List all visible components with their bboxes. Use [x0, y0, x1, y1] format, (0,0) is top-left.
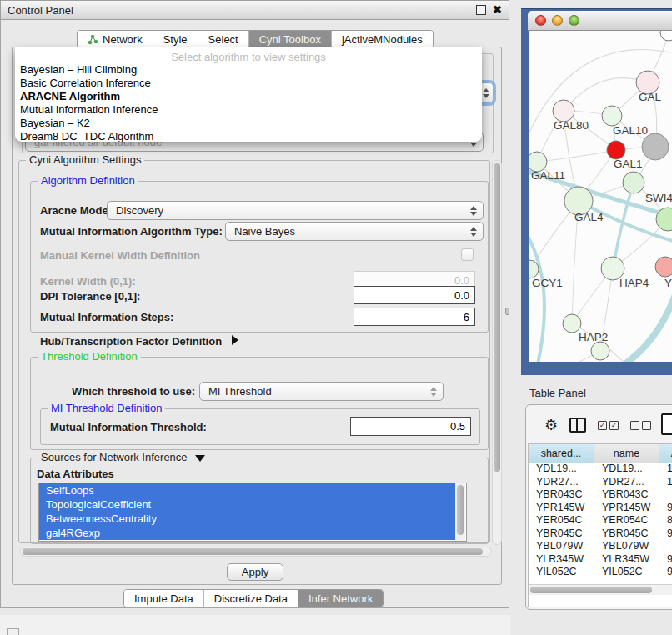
table-cell[interactable]: 9.	[659, 502, 672, 515]
table-cell[interactable]: YIL052C	[594, 566, 659, 578]
attribute-item-selected[interactable]: gal4RGexp	[39, 526, 455, 540]
table-cell[interactable]: YBR043C	[594, 488, 659, 502]
table-horizontal-scrollbar[interactable]	[529, 584, 672, 595]
network-node-gal10[interactable]	[602, 106, 622, 126]
table-row[interactable]: YIL052CYIL052C9	[529, 566, 672, 578]
table-cell[interactable]: YBR045C	[529, 528, 594, 541]
table-cell[interactable]	[659, 488, 672, 502]
table-cell[interactable]: YPR145W	[594, 502, 659, 515]
mi-steps-input[interactable]	[354, 308, 475, 326]
mi-threshold-input[interactable]	[350, 417, 471, 436]
sources-title[interactable]: Sources for Network Inference	[38, 451, 208, 463]
splitter-handle[interactable]	[505, 308, 509, 315]
list-scrollbar[interactable]	[455, 483, 465, 541]
table-cell[interactable]: YBL079W	[529, 540, 594, 553]
table-cell[interactable]: 9	[659, 566, 672, 578]
table-cell[interactable]: YIL052C	[529, 566, 594, 578]
tab-impute-data[interactable]: Impute Data	[124, 590, 204, 607]
table-cell[interactable]: YLR345W	[594, 553, 659, 567]
table-cell[interactable]: YBR045C	[594, 528, 659, 541]
table-row[interactable]: YDR27...YDR27...12	[529, 476, 672, 489]
table-cell[interactable]: 9.	[659, 553, 672, 567]
which-threshold-combo[interactable]: MI Threshold	[199, 382, 444, 401]
table-row[interactable]: YLR345WYLR345W9.	[529, 553, 672, 567]
network-node[interactable]	[642, 133, 669, 160]
table-cell[interactable]: YPR145W	[529, 502, 594, 515]
deselect-all-checkboxes-icon[interactable]	[630, 421, 651, 430]
network-edge[interactable]	[605, 279, 672, 362]
network-node-hap2[interactable]	[563, 314, 581, 332]
network-edge[interactable]	[529, 229, 544, 362]
tab-infer-network[interactable]: Infer Network	[298, 590, 383, 607]
network-node-gal1[interactable]	[607, 141, 625, 159]
network-edge[interactable]	[537, 150, 616, 162]
attribute-item-selected[interactable]: TopologicalCoefficient	[39, 498, 455, 512]
table-cell[interactable]: YDR27...	[529, 476, 594, 489]
table-cell[interactable]: YDR27...	[594, 476, 659, 489]
manual-kernel-checkbox[interactable]	[461, 248, 474, 261]
expand-arrow-icon[interactable]	[232, 335, 238, 345]
network-graph[interactable]: GALGAL80GAL10GAL1GAL11SWI4GAL4GCY1HAP4YH…	[529, 31, 672, 362]
aracne-mode-combo[interactable]: Discovery	[107, 201, 484, 220]
minimize-window-icon[interactable]	[552, 15, 563, 26]
table-cell[interactable]	[659, 540, 672, 553]
table-cell[interactable]: 8.	[659, 514, 672, 528]
network-node[interactable]	[660, 31, 672, 41]
columns-icon[interactable]	[569, 418, 586, 432]
mi-type-combo[interactable]: Naive Bayes	[225, 222, 484, 241]
document-icon[interactable]	[661, 413, 672, 435]
network-node[interactable]	[591, 342, 609, 360]
dropdown-item[interactable]: Dream8 DC_TDC Algorithm	[15, 130, 482, 142]
column-header-name[interactable]: name	[594, 444, 659, 462]
table-row[interactable]: YDL19...YDL19...13	[529, 462, 672, 476]
table-hscroll-thumb[interactable]	[530, 587, 652, 593]
float-window-icon[interactable]	[476, 5, 486, 15]
table-cell[interactable]: 13	[659, 462, 672, 476]
table-cell[interactable]: YER054C	[594, 514, 659, 528]
data-attributes-list[interactable]: SelfLoops TopologicalCoefficient Between…	[38, 482, 467, 542]
network-node-swi4[interactable]	[623, 172, 644, 193]
table-cell[interactable]: YER054C	[529, 514, 594, 528]
table-cell[interactable]: YDL19...	[594, 462, 659, 476]
dpi-tolerance-input[interactable]	[354, 286, 475, 304]
column-header-partial[interactable]: A	[659, 444, 672, 462]
dropdown-item[interactable]: Bayesian – K2	[15, 117, 482, 130]
collapse-arrow-icon[interactable]	[195, 455, 205, 462]
zoom-window-icon[interactable]	[569, 15, 579, 26]
close-window-icon[interactable]	[535, 15, 546, 26]
dropdown-item-highlighted[interactable]: ARACNE Algorithm	[15, 90, 482, 103]
tab-jactivemnodules[interactable]: jActiveMNodules	[332, 31, 433, 48]
network-window-titlebar[interactable]	[528, 11, 672, 31]
table-row[interactable]: YBL079WYBL079W	[529, 540, 672, 553]
network-node-y[interactable]	[655, 257, 672, 277]
dropdown-item[interactable]: Basic Correlation Inference	[15, 77, 482, 90]
table-row[interactable]: YBR045CYBR045C9.	[529, 528, 672, 541]
dropdown-item[interactable]: Bayesian – Hill Climbing	[15, 63, 482, 77]
network-window-frame[interactable]: GALGAL80GAL10GAL1GAL11SWI4GAL4GCY1HAP4YH…	[521, 8, 672, 375]
table-cell[interactable]: 9.	[659, 528, 672, 541]
network-canvas[interactable]: GALGAL80GAL10GAL1GAL11SWI4GAL4GCY1HAP4YH…	[529, 31, 672, 362]
table-row[interactable]: YPR145WYPR145W9.	[529, 502, 672, 515]
gear-icon[interactable]: ⚙	[544, 418, 558, 432]
hub-definition-toggle[interactable]: Hub/Transcription Factor Definition	[40, 335, 238, 348]
tab-style[interactable]: Style	[153, 31, 198, 48]
table-row[interactable]: YER054CYER054C8.	[529, 514, 672, 528]
table-cell[interactable]: 12	[659, 476, 672, 489]
tab-cyni-toolbox[interactable]: Cyni Toolbox	[249, 31, 332, 48]
vertical-scrollbar[interactable]	[492, 160, 502, 545]
tab-select[interactable]: Select	[198, 31, 249, 48]
table-cell[interactable]: YDL19...	[529, 462, 594, 476]
table-cell[interactable]: YLR345W	[529, 553, 594, 567]
table-cell[interactable]: YBL079W	[594, 540, 659, 553]
attribute-item-selected[interactable]: BetweennessCentrality	[39, 512, 455, 526]
tab-network[interactable]: Network	[78, 31, 153, 48]
apply-button[interactable]: Apply	[227, 563, 283, 581]
dropdown-item[interactable]: Mutual Information Inference	[15, 103, 482, 117]
hscroll-thumb[interactable]	[23, 548, 483, 555]
column-header-shared[interactable]: shared...	[529, 444, 594, 462]
table-row[interactable]: YBR043CYBR043C	[529, 488, 672, 502]
select-all-checkboxes-icon[interactable]: ✓✓	[598, 421, 619, 430]
table-cell[interactable]: YBR043C	[529, 488, 594, 502]
vscroll-thumb[interactable]	[494, 163, 500, 472]
close-icon[interactable]: ✖	[493, 6, 502, 14]
